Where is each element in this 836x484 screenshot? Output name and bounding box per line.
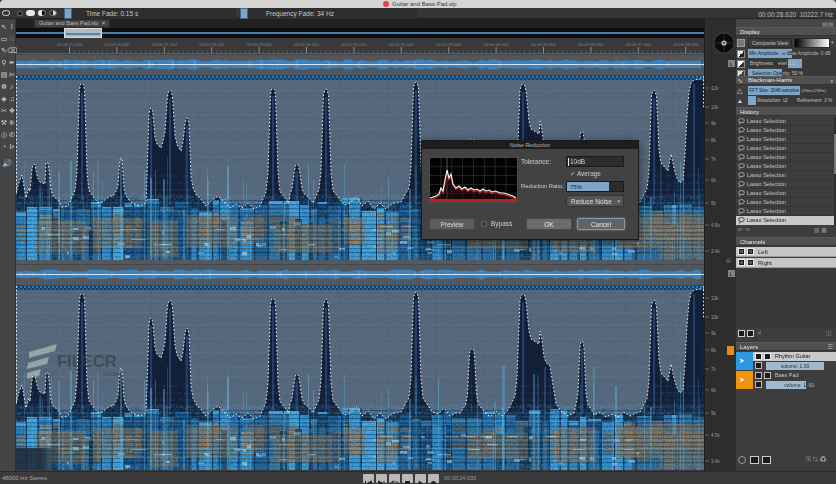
- svg-text:00:00:35.000: 00:00:35.000: [531, 42, 557, 47]
- svg-text:00:00:29.000: 00:00:29.000: [247, 42, 273, 47]
- svg-text:7k: 7k: [711, 367, 717, 372]
- svg-text:10k: 10k: [711, 105, 719, 110]
- svg-text:3.4k: 3.4k: [711, 249, 720, 254]
- svg-text:00:00:33.000: 00:00:33.000: [436, 42, 462, 47]
- svg-text:7k: 7k: [711, 157, 717, 162]
- svg-text:8k: 8k: [711, 348, 717, 353]
- svg-text:00:00:30.000: 00:00:30.000: [294, 42, 320, 47]
- svg-text:6k: 6k: [711, 178, 717, 183]
- svg-text:8k: 8k: [711, 138, 717, 143]
- svg-text:4.5k: 4.5k: [711, 223, 720, 228]
- svg-text:4.5k: 4.5k: [711, 433, 720, 438]
- svg-text:L: L: [730, 271, 733, 277]
- svg-text:9k: 9k: [711, 331, 717, 336]
- svg-text:10k: 10k: [711, 315, 719, 320]
- svg-text:5k: 5k: [711, 411, 717, 416]
- svg-text:00:00:25.000: 00:00:25.000: [57, 42, 83, 47]
- svg-text:3.4k: 3.4k: [711, 459, 720, 464]
- svg-text:00:00:28.000: 00:00:28.000: [199, 42, 225, 47]
- svg-text:00:00:32.000: 00:00:32.000: [389, 42, 415, 47]
- svg-text:12k: 12k: [711, 86, 719, 91]
- svg-text:00:00:26.000: 00:00:26.000: [104, 42, 130, 47]
- svg-text:00:00:27.000: 00:00:27.000: [152, 42, 178, 47]
- svg-text:00:00:37.000: 00:00:37.000: [626, 42, 652, 47]
- svg-text:12k: 12k: [711, 296, 719, 301]
- svg-text:L: L: [730, 61, 733, 67]
- svg-text:00:00:34.000: 00:00:34.000: [484, 42, 510, 47]
- svg-text:00:00:31.000: 00:00:31.000: [341, 42, 367, 47]
- svg-text:6k: 6k: [711, 388, 717, 393]
- svg-text:00:00:38.000: 00:00:38.000: [673, 42, 699, 47]
- svg-text:.com: .com: [103, 369, 122, 378]
- svg-text:00:00:36.000: 00:00:36.000: [578, 42, 604, 47]
- svg-text:9k: 9k: [711, 121, 717, 126]
- svg-text:▤: ▤: [726, 257, 731, 263]
- svg-text:FILECR: FILECR: [57, 352, 117, 370]
- svg-text:5k: 5k: [711, 201, 717, 206]
